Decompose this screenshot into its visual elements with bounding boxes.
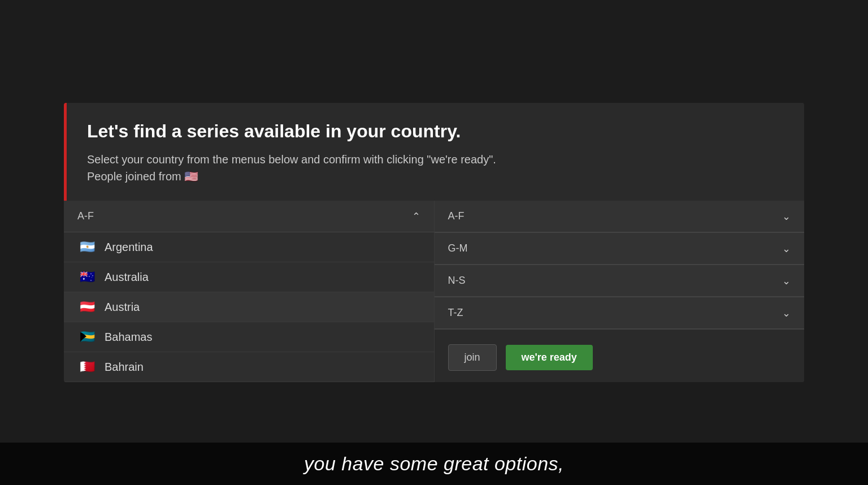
country-item-argentina[interactable]: 🇦🇷 Argentina	[64, 232, 434, 262]
button-row: join we're ready	[435, 333, 805, 382]
subtitle-line1: Select your country from the menus below…	[87, 153, 496, 166]
dropdown-label-af: A-F	[448, 210, 465, 222]
flag-bahrain: 🇧🇭	[77, 360, 97, 374]
chevron-up-icon: ⌃	[412, 210, 420, 223]
right-dropdowns: A-F ⌄ G-M ⌄ N-S ⌄	[435, 201, 805, 333]
country-name-bahamas: Bahamas	[105, 331, 153, 344]
flag-australia: 🇦🇺	[77, 270, 97, 284]
dropdown-label-tz: T-Z	[448, 307, 463, 319]
subtitle-bar: you have some great options,	[0, 443, 868, 485]
flag-bahamas: 🇧🇸	[77, 330, 97, 344]
flag-austria: 🇦🇹	[77, 300, 97, 314]
country-name-austria: Austria	[105, 301, 140, 314]
modal-title: Let's find a series available in your co…	[87, 121, 784, 142]
subtitle-line2: People joined from 🇺🇸	[87, 170, 198, 183]
left-dropdown-label: A-F	[77, 210, 94, 222]
country-name-argentina: Argentina	[105, 241, 153, 254]
modal-container: Let's find a series available in your co…	[64, 103, 804, 382]
modal-body: A-F ⌃ 🇦🇷 Argentina 🇦🇺 Australia 🇦🇹 Austr…	[64, 201, 804, 382]
dropdown-label-gm: G-M	[448, 242, 468, 254]
left-panel: A-F ⌃ 🇦🇷 Argentina 🇦🇺 Australia 🇦🇹 Austr…	[64, 201, 435, 382]
country-item-australia[interactable]: 🇦🇺 Australia	[64, 262, 434, 292]
subtitle-text: you have some great options,	[304, 453, 564, 474]
modal-header: Let's find a series available in your co…	[64, 103, 804, 201]
join-button[interactable]: join	[448, 344, 497, 371]
dropdown-header-af[interactable]: A-F ⌄	[435, 201, 805, 232]
country-name-australia: Australia	[105, 271, 149, 284]
left-dropdown-header[interactable]: A-F ⌃	[64, 201, 434, 232]
flag-argentina: 🇦🇷	[77, 240, 97, 254]
right-dropdown-ns: N-S ⌄	[435, 265, 805, 297]
right-dropdown-tz: T-Z ⌄	[435, 297, 805, 330]
we-re-ready-button[interactable]: we're ready	[506, 345, 593, 370]
country-name-bahrain: Bahrain	[105, 361, 144, 374]
right-dropdown-af: A-F ⌄	[435, 201, 805, 233]
dropdown-header-gm[interactable]: G-M ⌄	[435, 233, 805, 265]
country-item-austria[interactable]: 🇦🇹 Austria	[64, 292, 434, 322]
right-panel: A-F ⌄ G-M ⌄ N-S ⌄	[435, 201, 805, 382]
country-list: 🇦🇷 Argentina 🇦🇺 Australia 🇦🇹 Austria 🇧🇸 …	[64, 232, 434, 382]
dropdown-header-tz[interactable]: T-Z ⌄	[435, 297, 805, 329]
dropdown-label-ns: N-S	[448, 275, 466, 287]
modal-subtitle: Select your country from the menus below…	[87, 151, 784, 185]
country-item-bahrain[interactable]: 🇧🇭 Bahrain	[64, 352, 434, 382]
chevron-down-icon-gm: ⌄	[782, 242, 791, 255]
chevron-down-icon-af: ⌄	[782, 210, 791, 223]
chevron-down-icon-ns: ⌄	[782, 275, 791, 287]
right-dropdown-gm: G-M ⌄	[435, 233, 805, 265]
chevron-down-icon-tz: ⌄	[782, 307, 791, 319]
country-item-bahamas[interactable]: 🇧🇸 Bahamas	[64, 322, 434, 352]
dropdown-header-ns[interactable]: N-S ⌄	[435, 265, 805, 297]
